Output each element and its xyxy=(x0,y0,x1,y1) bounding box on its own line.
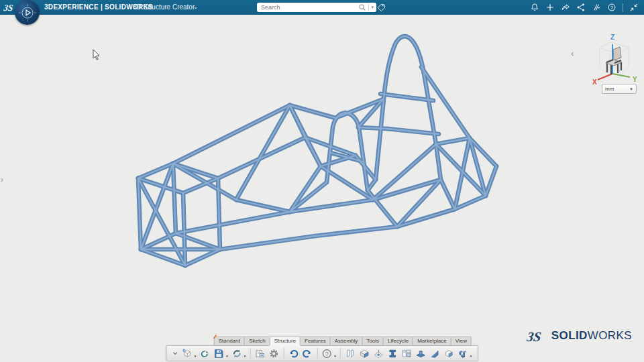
view-orientation-triad[interactable]: Z X Y xyxy=(590,32,639,86)
svg-text:3S: 3S xyxy=(527,329,543,344)
add-icon[interactable] xyxy=(545,3,555,12)
search-bar[interactable]: ▾ xyxy=(257,3,376,12)
collaboration-icon[interactable] xyxy=(592,3,601,12)
open-button[interactable] xyxy=(198,347,211,360)
top-bar: 3S 3DEXPERIENCE | SOLIDWORKS 3D Structur… xyxy=(0,0,644,15)
solidworks-logo-bold: SOLID xyxy=(551,329,588,343)
collapse-icon[interactable] xyxy=(629,3,639,12)
structure-system-button[interactable] xyxy=(456,347,470,360)
right-panel-collapse-chevron-icon[interactable]: ‹ xyxy=(571,50,574,58)
dropdown-caret-icon[interactable]: ▾ xyxy=(226,354,228,358)
toolbar-divider xyxy=(283,348,284,359)
tag-icon[interactable] xyxy=(376,3,386,14)
solidworks-watermark: 3S SOLIDWORKS xyxy=(527,327,632,345)
help-button[interactable]: ? xyxy=(320,347,333,360)
units-value: mm xyxy=(605,86,614,92)
import-icon xyxy=(254,348,266,359)
gusset-icon xyxy=(429,348,440,359)
search-chevron-icon[interactable]: ▾ xyxy=(371,5,374,10)
compass-play-icon xyxy=(17,3,38,23)
help-icon: ? xyxy=(321,348,333,359)
undo-button[interactable] xyxy=(286,347,300,360)
tab-standard[interactable]: Standard xyxy=(214,337,245,346)
tab-tools[interactable]: Tools xyxy=(362,337,384,346)
toolbar-collapse-button[interactable] xyxy=(171,347,180,360)
cut-list-table-icon xyxy=(400,348,412,359)
base-plate-button[interactable] xyxy=(414,347,427,360)
profile-ibeam-icon xyxy=(386,348,398,359)
toolbar-collapse-icon xyxy=(172,351,178,357)
mouse-cursor xyxy=(91,48,101,62)
open-icon xyxy=(199,348,211,359)
redo-button[interactable] xyxy=(301,347,314,360)
tab-features[interactable]: Features xyxy=(300,337,331,346)
compass-icon[interactable] xyxy=(15,0,40,25)
share-network-icon[interactable] xyxy=(576,3,586,12)
trim-cube-icon xyxy=(443,348,454,359)
action-bar-tabs: StandardSketchStructureFeaturesAssemblyT… xyxy=(215,337,472,346)
tab-view[interactable]: View xyxy=(451,337,472,346)
structure-system-icon xyxy=(457,348,468,359)
app-name: 3D Structure Creator xyxy=(133,0,195,15)
pin-icon xyxy=(213,334,217,339)
toolbar-divider xyxy=(317,348,317,359)
settings-button[interactable] xyxy=(267,347,280,360)
top-bar-right-icons: ? xyxy=(530,0,639,15)
units-dropdown[interactable]: mm ▼ xyxy=(602,84,637,94)
corner-button[interactable] xyxy=(358,347,371,360)
units-chevron-icon: ▼ xyxy=(629,87,633,91)
dropdown-caret-icon[interactable]: ▾ xyxy=(334,354,336,358)
undo-icon xyxy=(288,348,299,359)
dropdown-caret-icon[interactable]: ▾ xyxy=(470,354,472,358)
trim-cube-button[interactable] xyxy=(442,347,455,360)
tab-sketch[interactable]: Sketch xyxy=(244,337,270,346)
profile-ibeam-button[interactable] xyxy=(386,347,399,360)
save-icon xyxy=(213,348,225,359)
y-axis-line xyxy=(612,74,630,77)
gusset-button[interactable] xyxy=(428,347,441,360)
member-icon xyxy=(344,348,356,359)
new-icon xyxy=(181,348,193,359)
share-icon[interactable] xyxy=(561,3,570,12)
search-divider xyxy=(368,4,369,11)
tab-assembly[interactable]: Assembly xyxy=(330,337,363,346)
pattern-button[interactable] xyxy=(372,347,385,360)
app-switcher-chevron-icon[interactable]: ⌄ xyxy=(193,0,199,15)
toolbar-divider xyxy=(340,348,341,359)
top-bar-divider xyxy=(623,3,623,12)
save-button[interactable] xyxy=(212,347,225,360)
left-panel-expand-chevron-icon[interactable]: › xyxy=(1,176,3,184)
notifications-icon[interactable] xyxy=(530,3,539,12)
redo-icon xyxy=(302,348,313,359)
help-icon[interactable]: ? xyxy=(607,3,616,12)
tab-structure[interactable]: Structure xyxy=(270,337,301,346)
cut-list-table-button[interactable] xyxy=(400,347,413,360)
solidworks-3ds-glyph: 3S xyxy=(527,327,548,345)
x-axis-label: X xyxy=(592,78,597,86)
toolbar-divider xyxy=(250,348,250,359)
sync-button[interactable] xyxy=(230,347,244,360)
dropdown-caret-icon[interactable]: ▾ xyxy=(244,354,246,358)
solidworks-logo-light: WORKS xyxy=(588,329,632,343)
action-bar: ▾▾▾?▾▾ xyxy=(166,345,478,361)
settings-icon xyxy=(268,348,280,359)
y-axis-label: Y xyxy=(633,76,637,83)
x-axis-line xyxy=(598,74,612,80)
application-window: 3S 3DEXPERIENCE | SOLIDWORKS 3D Structur… xyxy=(0,0,644,362)
chair-icon xyxy=(606,47,622,74)
search-input[interactable] xyxy=(260,3,358,11)
new-button[interactable] xyxy=(180,347,194,360)
search-icon[interactable] xyxy=(358,3,366,11)
corner-icon xyxy=(358,348,370,359)
tab-lifecycle[interactable]: Lifecycle xyxy=(383,337,413,346)
svg-text:3S: 3S xyxy=(3,3,13,13)
dassault-3ds-logo: 3S xyxy=(3,1,15,13)
action-bar-cluster: StandardSketchStructureFeaturesAssemblyT… xyxy=(166,337,478,361)
member-button[interactable] xyxy=(343,347,357,360)
dropdown-caret-icon[interactable]: ▾ xyxy=(195,354,197,358)
import-button[interactable] xyxy=(253,347,266,360)
tab-marketplace[interactable]: Marketplace xyxy=(413,337,451,346)
z-axis-label: Z xyxy=(610,34,614,41)
svg-text:?: ? xyxy=(610,5,613,10)
viewport-3d[interactable] xyxy=(0,15,644,362)
